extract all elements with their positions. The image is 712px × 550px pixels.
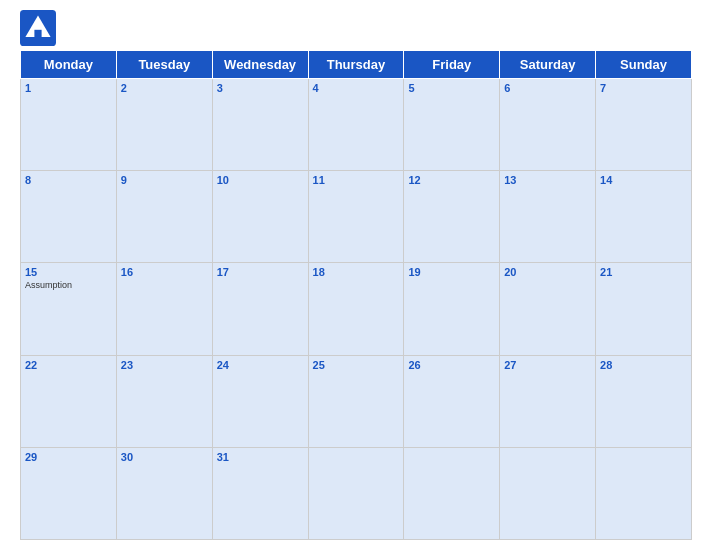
calendar-cell: 29 — [21, 447, 117, 539]
date-number: 15 — [25, 266, 112, 278]
calendar-cell: 1 — [21, 79, 117, 171]
date-number: 24 — [217, 359, 304, 371]
calendar-cell: 9 — [116, 171, 212, 263]
date-number: 1 — [25, 82, 112, 94]
calendar-cell: 30 — [116, 447, 212, 539]
date-number: 2 — [121, 82, 208, 94]
date-number: 6 — [504, 82, 591, 94]
date-number: 21 — [600, 266, 687, 278]
calendar-cell — [500, 447, 596, 539]
date-number: 28 — [600, 359, 687, 371]
calendar-cell: 26 — [404, 355, 500, 447]
week-row-1: 1234567 — [21, 79, 692, 171]
calendar-cell: 15Assumption — [21, 263, 117, 355]
weekday-header-friday: Friday — [404, 51, 500, 79]
date-number: 8 — [25, 174, 112, 186]
calendar-cell: 5 — [404, 79, 500, 171]
week-row-2: 891011121314 — [21, 171, 692, 263]
date-number: 23 — [121, 359, 208, 371]
calendar-cell — [596, 447, 692, 539]
calendar-cell: 12 — [404, 171, 500, 263]
calendar-cell: 21 — [596, 263, 692, 355]
date-number: 17 — [217, 266, 304, 278]
date-number: 19 — [408, 266, 495, 278]
date-number: 9 — [121, 174, 208, 186]
date-number: 4 — [313, 82, 400, 94]
date-number: 18 — [313, 266, 400, 278]
weekday-header-monday: Monday — [21, 51, 117, 79]
date-number: 16 — [121, 266, 208, 278]
svg-rect-2 — [34, 30, 41, 37]
calendar-cell: 2 — [116, 79, 212, 171]
date-number: 13 — [504, 174, 591, 186]
weekday-header-saturday: Saturday — [500, 51, 596, 79]
generalblue-logo-icon — [20, 10, 56, 46]
date-number: 10 — [217, 174, 304, 186]
calendar-cell: 17 — [212, 263, 308, 355]
calendar-cell: 20 — [500, 263, 596, 355]
week-row-4: 22232425262728 — [21, 355, 692, 447]
holiday-label: Assumption — [25, 280, 112, 290]
date-number: 5 — [408, 82, 495, 94]
calendar-cell: 16 — [116, 263, 212, 355]
week-row-5: 293031 — [21, 447, 692, 539]
date-number: 12 — [408, 174, 495, 186]
calendar-cell: 4 — [308, 79, 404, 171]
calendar-cell: 25 — [308, 355, 404, 447]
weekday-header-tuesday: Tuesday — [116, 51, 212, 79]
calendar-cell: 22 — [21, 355, 117, 447]
calendar-cell: 31 — [212, 447, 308, 539]
calendar-cell: 13 — [500, 171, 596, 263]
calendar-cell: 8 — [21, 171, 117, 263]
date-number: 29 — [25, 451, 112, 463]
calendar-cell: 24 — [212, 355, 308, 447]
date-number: 20 — [504, 266, 591, 278]
date-number: 7 — [600, 82, 687, 94]
date-number: 14 — [600, 174, 687, 186]
date-number: 3 — [217, 82, 304, 94]
calendar-cell: 19 — [404, 263, 500, 355]
calendar-cell: 14 — [596, 171, 692, 263]
calendar-cell: 3 — [212, 79, 308, 171]
calendar-cell: 7 — [596, 79, 692, 171]
calendar-table: MondayTuesdayWednesdayThursdayFridaySatu… — [20, 50, 692, 540]
date-number: 26 — [408, 359, 495, 371]
date-number: 31 — [217, 451, 304, 463]
calendar-cell: 10 — [212, 171, 308, 263]
logo — [20, 10, 60, 46]
top-bar — [20, 10, 692, 46]
calendar-cell: 18 — [308, 263, 404, 355]
calendar-cell: 11 — [308, 171, 404, 263]
date-number: 11 — [313, 174, 400, 186]
weekday-header-wednesday: Wednesday — [212, 51, 308, 79]
date-number: 22 — [25, 359, 112, 371]
calendar-cell: 23 — [116, 355, 212, 447]
date-number: 25 — [313, 359, 400, 371]
calendar-cell — [308, 447, 404, 539]
calendar-cell: 28 — [596, 355, 692, 447]
weekday-header-sunday: Sunday — [596, 51, 692, 79]
calendar-cell — [404, 447, 500, 539]
date-number: 30 — [121, 451, 208, 463]
week-row-3: 15Assumption161718192021 — [21, 263, 692, 355]
calendar-cell: 6 — [500, 79, 596, 171]
date-number: 27 — [504, 359, 591, 371]
weekday-header-thursday: Thursday — [308, 51, 404, 79]
calendar-cell: 27 — [500, 355, 596, 447]
weekday-header-row: MondayTuesdayWednesdayThursdayFridaySatu… — [21, 51, 692, 79]
